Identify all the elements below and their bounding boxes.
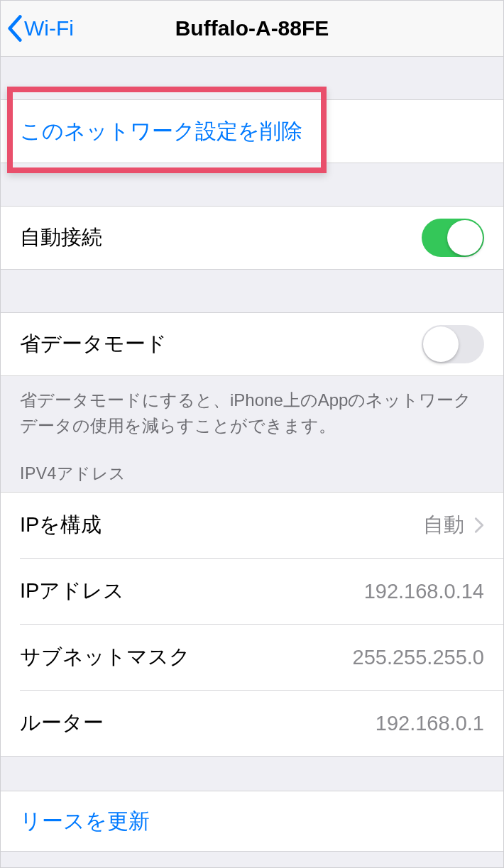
forget-network-label: このネットワーク設定を削除 xyxy=(20,117,302,146)
configure-ip-value: 自動 xyxy=(423,511,464,539)
router-value: 192.168.0.1 xyxy=(376,712,484,735)
renew-lease-button[interactable]: リースを更新 xyxy=(0,791,504,852)
renew-lease-label: リースを更新 xyxy=(20,807,150,836)
forget-network-button[interactable]: このネットワーク設定を削除 xyxy=(0,99,504,163)
subnet-mask-label: サブネットマスク xyxy=(20,643,190,671)
page-title: Buffalo-A-88FE xyxy=(0,16,504,40)
auto-join-label: 自動接続 xyxy=(20,224,102,252)
low-data-mode-label: 省データモード xyxy=(20,330,167,358)
low-data-mode-toggle[interactable] xyxy=(422,325,484,363)
router-row: ルーター 192.168.0.1 xyxy=(0,691,504,756)
back-button[interactable]: Wi-Fi xyxy=(0,0,74,56)
ip-address-label: IPアドレス xyxy=(20,577,124,605)
router-label: ルーター xyxy=(20,709,104,737)
chevron-right-icon xyxy=(474,517,484,534)
ip-address-row: IPアドレス 192.168.0.14 xyxy=(0,559,504,624)
configure-ip-label: IPを構成 xyxy=(20,511,102,539)
subnet-mask-row: サブネットマスク 255.255.255.0 xyxy=(0,625,504,690)
configure-ip-row[interactable]: IPを構成 自動 xyxy=(0,493,504,558)
nav-header: Wi-Fi Buffalo-A-88FE xyxy=(0,0,504,57)
subnet-mask-value: 255.255.255.0 xyxy=(353,646,484,669)
auto-join-toggle[interactable] xyxy=(422,219,484,257)
ip-address-value: 192.168.0.14 xyxy=(364,580,484,603)
back-label: Wi-Fi xyxy=(24,16,74,40)
chevron-left-icon xyxy=(7,15,23,42)
ipv4-section-header: IPV4アドレス xyxy=(0,439,504,492)
ipv4-group: IPを構成 自動 IPアドレス 192.168.0.14 サブネットマスク 25… xyxy=(0,492,504,757)
low-data-mode-footer: 省データモードにすると、iPhone上のAppのネットワークデータの使用を減らす… xyxy=(0,376,504,439)
auto-join-row: 自動接続 xyxy=(0,206,504,270)
low-data-mode-row: 省データモード xyxy=(0,312,504,376)
